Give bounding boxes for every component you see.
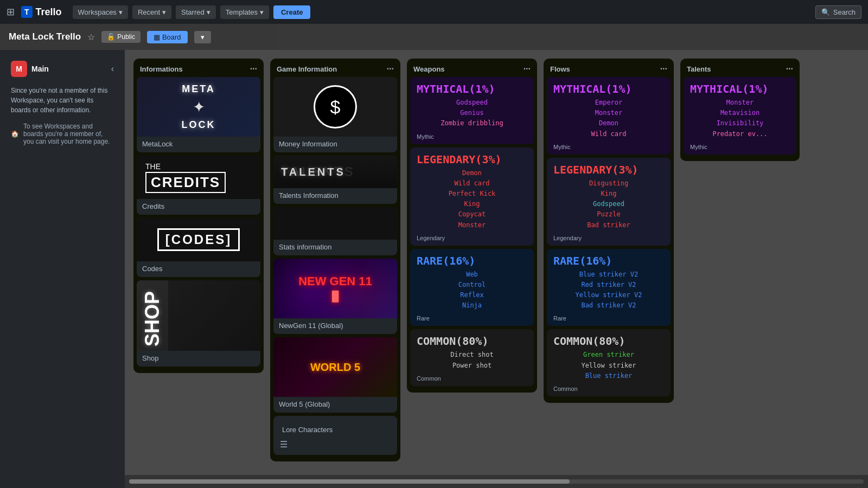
list-menu-button[interactable]: ··· — [387, 64, 394, 74]
list-informations: Informations ··· META ✦ LOCK MetaLock TH… — [133, 59, 264, 373]
list-header-talents: Talents ··· — [680, 59, 800, 77]
rarity-label-common: Common — [417, 373, 527, 383]
card-stats-information[interactable]: Stats information — [273, 207, 397, 255]
collapse-icon[interactable]: ‹ — [111, 64, 114, 74]
card-flows-legendary[interactable]: LEGENDARY(3%) Disgusting King Godspeed P… — [547, 158, 671, 246]
starred-button[interactable]: Starred ▾ — [176, 5, 216, 19]
rarity-items-rare: Web Control Reflex Ninja — [417, 267, 527, 313]
card-label-credits: Credits — [137, 199, 260, 215]
card-weapons-common[interactable]: COMMON(80%) Direct shot Power shot Commo… — [410, 329, 534, 386]
create-button[interactable]: Create — [273, 5, 310, 19]
rarity-label-rare: Rare — [417, 313, 527, 323]
list-cards-informations: META ✦ LOCK MetaLock THE CREDITS Credits… — [133, 77, 264, 373]
board-view-button[interactable]: ▦ Board — [147, 31, 188, 43]
card-label-codes: Codes — [137, 261, 260, 277]
board-scrollbar[interactable] — [125, 475, 868, 488]
board-title: Meta Lock Trello — [9, 31, 81, 42]
card-flows-common[interactable]: COMMON(80%) Green striker Yellow striker… — [547, 329, 671, 396]
templates-button[interactable]: Templates ▾ — [220, 5, 269, 19]
list-menu-button[interactable]: ··· — [524, 64, 531, 74]
list-title: Game Information — [277, 65, 337, 73]
list-menu-button[interactable]: ··· — [660, 64, 667, 74]
chevron-down-icon: ▾ — [207, 8, 210, 16]
rarity-items-rare-flows: Blue striker V2 Red striker V2 Yellow st… — [553, 267, 664, 313]
list-cards-weapons: MYTHICAL(1%) Godspeed Genius Zombie drib… — [407, 77, 537, 393]
card-label-newgen: NewGen 11 (Global) — [273, 318, 397, 334]
board-visibility-button[interactable]: 🔓 Public — [101, 31, 141, 43]
list-header-informations: Informations ··· — [133, 59, 264, 77]
trello-logo-text: Trello — [36, 7, 62, 18]
card-credits[interactable]: THE CREDITS Credits — [137, 156, 260, 215]
card-talents-information[interactable]: TALENTS Talents Information — [273, 156, 397, 204]
rarity-title-mythical-flows: MYTHICAL(1%) — [553, 82, 664, 95]
grid-icon[interactable]: ⊞ — [7, 6, 15, 18]
trello-logo-icon: T — [21, 6, 33, 18]
search-icon: 🔍 — [821, 8, 830, 16]
metalock-sub-text: LOCK — [182, 119, 216, 131]
credits-the: THE — [145, 162, 161, 171]
card-talents-mythical[interactable]: MYTHICAL(1%) Monster Metavision Invisibi… — [684, 77, 796, 155]
card-weapons-mythical[interactable]: MYTHICAL(1%) Godspeed Genius Zombie drib… — [410, 77, 534, 144]
home-icon: 🏠 — [11, 130, 19, 138]
recent-button[interactable]: Recent ▾ — [132, 5, 171, 19]
scrollbar-thumb[interactable] — [129, 479, 570, 484]
rarity-label-mythical-flows: Mythic — [553, 142, 664, 151]
dollar-icon: $ — [314, 85, 357, 129]
card-lore-characters[interactable]: Lore Characters ☰ — [273, 416, 397, 455]
list-title: Weapons — [413, 65, 445, 73]
list-flows: Flows ··· MYTHICAL(1%) Emperor Monster D… — [544, 59, 674, 403]
card-shop[interactable]: SHOP Shop — [137, 280, 260, 367]
workspaces-button[interactable]: Workspaces ▾ — [73, 5, 128, 19]
rarity-label-legendary-flows: Legendary — [553, 233, 664, 242]
lore-icon: ☰ — [280, 439, 391, 450]
lock-icon: 🔓 — [107, 33, 115, 41]
board-header: Meta Lock Trello ☆ 🔓 Public ▦ Board ▾ — [0, 24, 868, 50]
board-more-button[interactable]: ▾ — [194, 31, 211, 43]
rarity-title-common: COMMON(80%) — [417, 335, 527, 348]
talents-card-bg: TALENTS — [273, 156, 397, 188]
list-talents: Talents ··· MYTHICAL(1%) Monster Metavis… — [680, 59, 800, 161]
card-money-information[interactable]: $ Money Information — [273, 77, 397, 152]
board-area[interactable]: Informations ··· META ✦ LOCK MetaLock TH… — [125, 50, 868, 475]
chevron-down-icon: ▾ — [119, 8, 123, 16]
list-title: Talents — [687, 65, 711, 73]
list-cards-talents: MYTHICAL(1%) Monster Metavision Invisibi… — [680, 77, 800, 161]
card-world5[interactable]: WORLD 5 World 5 (Global) — [273, 337, 397, 413]
rarity-items-mythical-talents: Monster Metavision Invisibility Predator… — [690, 95, 790, 142]
card-metalock[interactable]: META ✦ LOCK MetaLock — [137, 77, 260, 152]
rarity-title-legendary-flows: LEGENDARY(3%) — [553, 163, 664, 176]
shop-vertical-text: SHOP — [137, 280, 168, 351]
home-link[interactable]: 🏠 To see Workspaces and boards you're a … — [7, 119, 118, 149]
chevron-down-icon: ▾ — [162, 8, 166, 16]
rarity-items-common: Direct shot Power shot — [417, 348, 527, 373]
workspace-avatar: M — [11, 61, 27, 77]
list-title: Informations — [140, 65, 183, 73]
card-label-stats: Stats information — [273, 240, 397, 255]
list-title: Flows — [550, 65, 570, 73]
rarity-label-mythical-talents: Mythic — [690, 142, 790, 151]
rarity-items-common-flows: Green striker Yellow striker Blue strike… — [553, 348, 664, 383]
workspace-name: Main — [31, 65, 49, 73]
board-icon: ▦ — [154, 33, 160, 41]
workspace-item[interactable]: M Main ‹ — [7, 56, 118, 81]
list-menu-button[interactable]: ··· — [786, 64, 793, 74]
card-flows-rare[interactable]: RARE(16%) Blue striker V2 Red striker V2… — [547, 249, 671, 326]
card-flows-mythical[interactable]: MYTHICAL(1%) Emperor Monster Demon Wild … — [547, 77, 671, 155]
credits-text: CREDITS — [145, 172, 226, 193]
top-navigation: ⊞ T Trello Workspaces ▾ Recent ▾ Starred… — [0, 0, 868, 24]
list-header-weapons: Weapons ··· — [407, 59, 537, 77]
card-codes[interactable]: [CODES] Codes — [137, 218, 260, 277]
workspace-notice: Since you're not a member of this Worksp… — [7, 81, 118, 119]
card-label-lore: Lore Characters — [280, 421, 391, 436]
search-box[interactable]: 🔍 Search — [815, 5, 861, 19]
card-newgen11[interactable]: NEW GEN 11▐▌ NewGen 11 (Global) — [273, 259, 397, 334]
list-header-flows: Flows ··· — [544, 59, 674, 77]
list-menu-button[interactable]: ··· — [250, 64, 257, 74]
trello-logo[interactable]: T Trello — [21, 6, 62, 18]
card-label-metalock: MetaLock — [137, 137, 260, 152]
rarity-label-mythical: Mythic — [417, 131, 527, 141]
card-weapons-legendary[interactable]: LEGENDARY(3%) Demon Wild card Perfect Ki… — [410, 147, 534, 246]
rarity-items-legendary-flows: Disgusting King Godspeed Puzzle Bad stri… — [553, 176, 664, 233]
card-weapons-rare[interactable]: RARE(16%) Web Control Reflex Ninja Rare — [410, 249, 534, 326]
board-star-icon[interactable]: ☆ — [87, 32, 95, 42]
